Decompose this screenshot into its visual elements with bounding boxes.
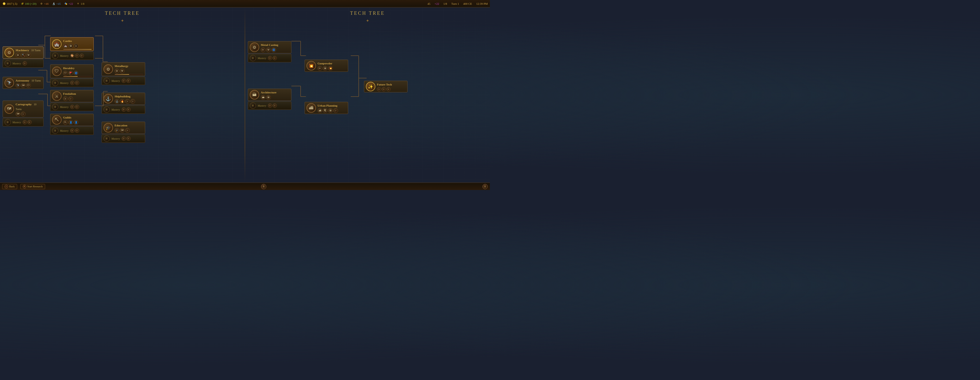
castles-mastery-label: Mastery [60,54,68,57]
metal-casting-icon-1: ✏ [261,48,266,52]
gunpowder-icon: 💥 [306,61,316,70]
tech-panels: TECH TREE ✦ [0,7,490,183]
science-icon: 🔬 [52,2,56,6]
tech-machinery[interactable]: ⚙ Machinery 10 Turns ⚙ 🔨 ⚒ [3,46,43,68]
shipbuilding-icon-3: + [125,99,130,104]
stat-production: ⚙ +46 [40,2,49,6]
tech-metallurgy[interactable]: ⚙ Metallurgy ⚙ ⚒ [102,62,145,85]
architecture-plus-2: + [273,103,277,108]
cartography-info: Cartography 10 Turns 🗺 + [16,102,42,116]
tech-future-tech[interactable]: ✨ Future Tech + + + [364,81,407,92]
shipbuilding-icon-2: 🔥 [120,99,124,104]
heraldry-info: Heraldry 🛡 🚩 🌀 [63,65,92,77]
guilds-icons: ⛏ 👤 👤 [63,120,92,125]
tech-heraldry[interactable]: 🛡 Heraldry 🛡 🚩 🌀 [50,64,94,87]
tech-architecture[interactable]: 🏔 Architecture 🏔 🏛 II [248,89,291,110]
castles-icon-1: 🏰 [63,43,68,48]
metal-casting-plus-1: + [268,56,272,60]
education-icon: 🎓 [103,123,113,132]
education-roman: II [103,135,110,142]
urban-planning-icon: 🏙 [306,103,316,113]
tech-urban-planning[interactable]: 🏙 Urban Planning 🏙 🏗 🏛 + [305,102,348,114]
urban-planning-icon-4: + [333,108,338,113]
shipbuilding-roman: II [103,107,110,113]
castles-info: Castles 🏰 🏛 ⚔ [63,38,92,50]
metallurgy-name: Metallurgy [115,64,129,68]
education-icon-1: 🎓 [115,128,119,133]
right-culture-value: +22 [434,2,439,5]
production-icon: ⚙ [40,2,43,6]
tech-feudalism[interactable]: ⚔ Feudalism ⚔ + II M [50,90,94,111]
architecture-icons: 🏔 🏛 [261,95,290,100]
guilds-mastery-icons: + + [70,129,79,133]
shipbuilding-icon: ⚓ [103,94,113,103]
heraldry-progress [63,76,92,77]
urban-planning-icon-2: 🏗 [323,108,328,113]
metallurgy-icon-2: ⚒ [120,68,124,73]
tech-cartography[interactable]: 🗺 Cartography 10 Turns 🗺 + [3,100,43,126]
education-name: Education [115,124,127,127]
start-research-label: Start Research [27,185,43,188]
machinery-mastery-icons: + [23,61,27,65]
back-key: ○ [5,185,8,188]
heraldry-icon: 🛡 [52,67,62,76]
machinery-name: Machinery [16,49,29,52]
education-mastery-label: Mastery [111,137,120,140]
right-faith-value: 1/8 [444,2,447,5]
machinery-icons: ⚙ 🔨 ⚒ [16,53,42,57]
education-info: Education 🎓 🗺 + [115,123,143,133]
cartography-mastery-icons: + + [23,120,32,124]
start-research-button[interactable]: ✕ Start Research [20,184,45,189]
architecture-plus-1: + [268,103,272,108]
metal-casting-icon-2: ⚒ [266,48,271,52]
back-button[interactable]: ○ Back [2,184,17,189]
metal-casting-plus-2: + [273,56,277,60]
bottom-bar: ○ Back ✕ Start Research R R [0,183,490,190]
cartography-mastery-label: Mastery [13,121,21,124]
future-tech-icons: + + + [377,87,406,91]
architecture-name: Architecture [261,91,276,94]
back-label: Back [9,185,15,188]
guilds-icon-3: 👤 [74,120,78,125]
tech-metal-casting[interactable]: ⚙ Metal Casting ✏ ⚒ 🌀 [248,41,291,62]
metallurgy-plus-1: + [122,79,126,83]
start-key: ✕ [23,185,26,188]
architecture-icon-1: 🏔 [261,95,266,100]
urban-planning-icons: 🏙 🏗 🏛 + [318,108,346,113]
left-panel-ornament: ✦ [0,18,245,23]
shipbuilding-info: Shipbuilding ⚓ 🔥 + + [115,94,143,104]
bottom-bar-center: R [45,184,482,189]
tech-education[interactable]: 🎓 Education 🎓 🗺 + [102,122,145,143]
metal-casting-icon: ⚙ [250,43,259,52]
heraldry-mastery-icons: + + [70,81,79,85]
metallurgy-info: Metallurgy ⚙ ⚒ [115,63,143,75]
tech-shipbuilding[interactable]: ⚓ Shipbuilding ⚓ 🔥 + + [102,93,145,114]
stat-gold: 🪙 1017 (.5) [2,2,17,6]
faith-icon: ✝ [76,2,80,6]
feudalism-name: Feudalism [63,92,76,95]
guilds-plus-2: + [75,129,79,133]
heraldry-mastery-label: Mastery [60,81,68,84]
feudalism-plus-2: + [75,105,79,109]
metallurgy-roman: II [103,78,110,84]
metallurgy-icon-1: ⚙ [115,68,119,73]
education-icon-2: 🗺 [120,128,124,133]
gunpowder-icon-2: 🏛 [323,66,328,71]
cartography-icon-1: 🗺 [16,111,20,116]
machinery-icon-3: ⚒ [26,53,31,57]
tech-astronomy[interactable]: 🔭 Astronomy 10 Turns 🔭 🗺 🛡 [3,77,43,89]
tech-gunpowder[interactable]: 💥 Gunpowder ✏ 🏛 💥 [305,60,348,72]
metal-casting-icon-3: 🌀 [271,48,276,52]
guilds-mastery-label: Mastery [60,129,68,132]
tech-guilds[interactable]: ⛏ Guilds ⛏ 👤 👤 [50,114,94,135]
heraldry-plus-1: + [70,81,75,85]
year-info: 400 CE [463,2,472,5]
tech-castles[interactable]: 🏰 Castles 🏰 🏛 ⚔ [50,37,94,60]
astronomy-icon-3: 🛡 [26,83,31,88]
education-mastery: II Mastery + + [102,134,145,143]
urban-planning-icon-3: 🏛 [328,108,333,113]
feudalism-info: Feudalism ⚔ + [63,91,92,101]
heraldry-plus-2: + [75,81,79,85]
metal-casting-mastery: II Mastery + + [248,54,291,62]
prod-value: +46 [44,2,49,5]
